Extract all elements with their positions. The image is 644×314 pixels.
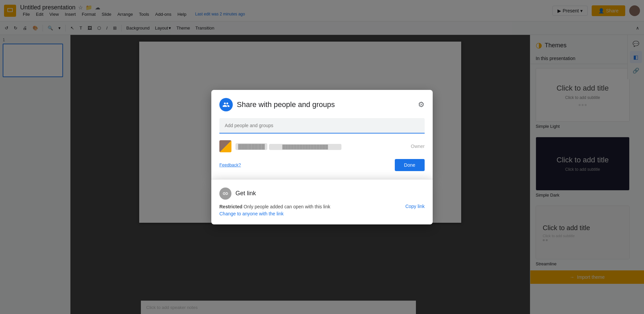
owner-name-blurred: ████████	[235, 143, 267, 150]
owner-row: ████████ ████████████████ Owner	[219, 140, 425, 152]
share-dialog-title: Share with people and groups	[237, 100, 335, 109]
link-description: Restricted Only people added can open wi…	[219, 204, 330, 209]
owner-label: Owner	[411, 144, 425, 149]
link-row: Restricted Only people added can open wi…	[219, 204, 425, 216]
share-dialog: Share with people and groups ⚙ ████████ …	[211, 90, 433, 179]
link-description-block: Restricted Only people added can open wi…	[219, 204, 330, 216]
settings-icon[interactable]: ⚙	[418, 100, 425, 109]
share-dialog-footer: Feedback? Done	[219, 159, 425, 171]
restriction-text: Only people added can open with this lin…	[242, 204, 330, 209]
copy-link-button[interactable]: Copy link	[405, 204, 425, 209]
share-dialog-title-row: Share with people and groups	[219, 98, 335, 111]
share-dialog-header: Share with people and groups ⚙	[219, 98, 425, 111]
overlay: Share with people and groups ⚙ ████████ …	[0, 0, 644, 314]
restriction-bold: Restricted	[219, 204, 242, 209]
get-link-header: Get link	[219, 188, 425, 200]
owner-email-blurred: ████████████████	[269, 144, 341, 150]
owner-info: ████████ ████████████████	[235, 143, 407, 150]
feedback-link[interactable]: Feedback?	[219, 162, 241, 167]
add-people-input[interactable]	[219, 118, 425, 134]
share-icon-circle	[219, 98, 233, 111]
get-link-title: Get link	[235, 190, 256, 197]
change-link-button[interactable]: Change to anyone with the link	[219, 211, 330, 216]
get-link-section: Get link Restricted Only people added ca…	[211, 179, 433, 224]
done-button[interactable]: Done	[395, 159, 425, 171]
owner-avatar	[219, 140, 231, 152]
link-icon-circle	[219, 188, 231, 200]
